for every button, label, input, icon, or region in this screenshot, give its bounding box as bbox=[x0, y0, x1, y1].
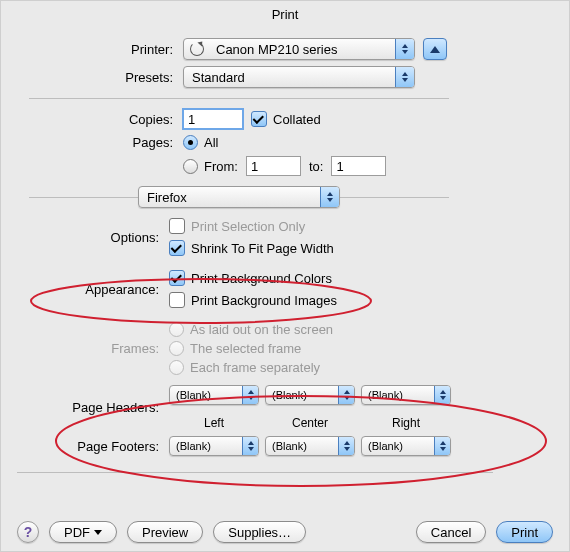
presets-label: Presets: bbox=[1, 70, 183, 85]
shrink-label: Shrink To Fit Page Width bbox=[191, 241, 334, 256]
page-headers-label: Page Headers: bbox=[1, 400, 169, 415]
col-right-label: Right bbox=[361, 411, 451, 430]
col-center-label: Center bbox=[265, 411, 355, 430]
print-selection-checkbox bbox=[169, 218, 185, 234]
pages-label: Pages: bbox=[1, 135, 183, 150]
options-label: Options: bbox=[1, 230, 169, 245]
presets-value: Standard bbox=[184, 70, 395, 85]
pages-all-label: All bbox=[204, 135, 218, 150]
updown-icon bbox=[338, 386, 354, 404]
frames-selected-label: The selected frame bbox=[190, 341, 301, 356]
footer-right-value: (Blank) bbox=[362, 440, 434, 452]
print-selection-label: Print Selection Only bbox=[191, 219, 305, 234]
shrink-option[interactable]: Shrink To Fit Page Width bbox=[169, 240, 334, 256]
copies-field[interactable] bbox=[183, 109, 243, 129]
print-selection-option: Print Selection Only bbox=[169, 218, 305, 234]
frames-each-radio bbox=[169, 360, 184, 375]
frames-label: Frames: bbox=[1, 341, 169, 356]
app-section-popup[interactable]: Firefox bbox=[138, 186, 340, 208]
expand-button[interactable] bbox=[423, 38, 447, 60]
updown-icon bbox=[338, 437, 354, 455]
preview-label: Preview bbox=[142, 525, 188, 540]
footer-left-value: (Blank) bbox=[170, 440, 242, 452]
printer-value: Canon MP210 series bbox=[208, 42, 395, 57]
frames-aslaid-option: As laid out on the screen bbox=[169, 322, 333, 337]
header-left-popup[interactable]: (Blank) bbox=[169, 385, 259, 405]
collated-label: Collated bbox=[273, 112, 321, 127]
bg-images-label: Print Background Images bbox=[191, 293, 337, 308]
pages-from-label: From: bbox=[204, 159, 238, 174]
updown-icon bbox=[395, 39, 414, 59]
copies-label: Copies: bbox=[1, 112, 183, 127]
pages-all-radio[interactable] bbox=[183, 135, 198, 150]
dropdown-icon bbox=[94, 530, 102, 535]
col-left-label: Left bbox=[169, 411, 259, 430]
updown-icon bbox=[320, 187, 339, 207]
footer-right-popup[interactable]: (Blank) bbox=[361, 436, 451, 456]
help-icon: ? bbox=[24, 524, 33, 540]
shrink-checkbox[interactable] bbox=[169, 240, 185, 256]
app-section-value: Firefox bbox=[139, 190, 320, 205]
frames-aslaid-radio bbox=[169, 322, 184, 337]
printer-popup[interactable]: Canon MP210 series bbox=[183, 38, 415, 60]
cancel-button[interactable]: Cancel bbox=[416, 521, 486, 543]
footer-left-popup[interactable]: (Blank) bbox=[169, 436, 259, 456]
frames-each-label: Each frame separately bbox=[190, 360, 320, 375]
print-label: Print bbox=[511, 525, 538, 540]
updown-icon bbox=[434, 386, 450, 404]
pages-from-radio[interactable] bbox=[183, 159, 198, 174]
print-button[interactable]: Print bbox=[496, 521, 553, 543]
bg-colors-checkbox[interactable] bbox=[169, 270, 185, 286]
triangle-up-icon bbox=[430, 46, 440, 53]
pdf-label: PDF bbox=[64, 525, 90, 540]
header-center-popup[interactable]: (Blank) bbox=[265, 385, 355, 405]
header-right-popup[interactable]: (Blank) bbox=[361, 385, 451, 405]
collated-option[interactable]: Collated bbox=[251, 111, 321, 127]
supplies-button[interactable]: Supplies… bbox=[213, 521, 306, 543]
pages-from-field[interactable] bbox=[246, 156, 301, 176]
footer-center-value: (Blank) bbox=[266, 440, 338, 452]
cancel-label: Cancel bbox=[431, 525, 471, 540]
bg-colors-label: Print Background Colors bbox=[191, 271, 332, 286]
pages-to-field[interactable] bbox=[331, 156, 386, 176]
frames-selected-option: The selected frame bbox=[169, 341, 301, 356]
preview-button[interactable]: Preview bbox=[127, 521, 203, 543]
appearance-label: Appearance: bbox=[1, 282, 169, 297]
pages-from-option[interactable]: From: bbox=[183, 159, 238, 174]
help-button[interactable]: ? bbox=[17, 521, 39, 543]
refresh-icon bbox=[190, 42, 204, 56]
header-right-value: (Blank) bbox=[362, 389, 434, 401]
page-footers-label: Page Footers: bbox=[1, 439, 169, 454]
updown-icon bbox=[395, 67, 414, 87]
window-title: Print bbox=[1, 1, 569, 32]
footer-center-popup[interactable]: (Blank) bbox=[265, 436, 355, 456]
printer-label: Printer: bbox=[1, 42, 183, 57]
frames-aslaid-label: As laid out on the screen bbox=[190, 322, 333, 337]
frames-selected-radio bbox=[169, 341, 184, 356]
header-center-value: (Blank) bbox=[266, 389, 338, 401]
header-left-value: (Blank) bbox=[170, 389, 242, 401]
updown-icon bbox=[434, 437, 450, 455]
updown-icon bbox=[242, 386, 258, 404]
pdf-button[interactable]: PDF bbox=[49, 521, 117, 543]
bg-colors-option[interactable]: Print Background Colors bbox=[169, 270, 332, 286]
collated-checkbox[interactable] bbox=[251, 111, 267, 127]
presets-popup[interactable]: Standard bbox=[183, 66, 415, 88]
pages-to-label: to: bbox=[309, 159, 323, 174]
supplies-label: Supplies… bbox=[228, 525, 291, 540]
bg-images-option[interactable]: Print Background Images bbox=[169, 292, 337, 308]
frames-each-option: Each frame separately bbox=[169, 360, 320, 375]
bg-images-checkbox[interactable] bbox=[169, 292, 185, 308]
pages-all-option[interactable]: All bbox=[183, 135, 218, 150]
updown-icon bbox=[242, 437, 258, 455]
